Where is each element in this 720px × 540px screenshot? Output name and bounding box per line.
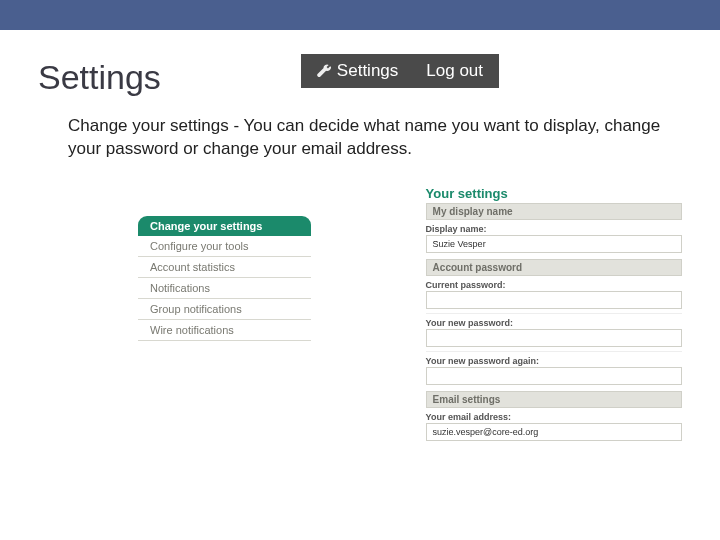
email-label: Your email address: — [426, 412, 682, 422]
email-input[interactable]: suzie.vesper@core-ed.org — [426, 423, 682, 441]
logout-link[interactable]: Log out — [426, 61, 483, 81]
sidenav-item-change-settings[interactable]: Change your settings — [138, 216, 311, 236]
email-section: Email settings Your email address: suzie… — [426, 391, 682, 441]
panel-heading: Your settings — [426, 186, 682, 201]
sidenav-item-group-notifications[interactable]: Group notifications — [138, 299, 311, 320]
current-password-label: Current password: — [426, 280, 682, 290]
settings-panel: Your settings My display name Display na… — [426, 186, 682, 447]
settings-link-label: Settings — [337, 61, 398, 81]
new-password-input[interactable] — [426, 329, 682, 347]
sidenav-item-wire-notifications[interactable]: Wire notifications — [138, 320, 311, 341]
settings-link[interactable]: Settings — [317, 61, 398, 81]
email-subhead: Email settings — [426, 391, 682, 408]
divider — [426, 351, 682, 352]
settings-sidenav: Change your settings Configure your tool… — [138, 216, 311, 447]
top-color-band — [0, 0, 720, 30]
display-name-section: My display name Display name: Suzie Vesp… — [426, 203, 682, 253]
divider — [426, 313, 682, 314]
current-password-input[interactable] — [426, 291, 682, 309]
account-darkbar: Settings Log out — [301, 54, 499, 88]
wrench-icon — [317, 64, 332, 79]
new-password-again-label: Your new password again: — [426, 356, 682, 366]
new-password-label: Your new password: — [426, 318, 682, 328]
display-name-label: Display name: — [426, 224, 682, 234]
sidenav-item-account-statistics[interactable]: Account statistics — [138, 257, 311, 278]
sidenav-item-configure-tools[interactable]: Configure your tools — [138, 236, 311, 257]
page-title: Settings — [38, 58, 161, 97]
sidenav-item-notifications[interactable]: Notifications — [138, 278, 311, 299]
password-section: Account password Current password: Your … — [426, 259, 682, 385]
description-text: Change your settings - You can decide wh… — [68, 115, 670, 161]
display-name-subhead: My display name — [426, 203, 682, 220]
display-name-input[interactable]: Suzie Vesper — [426, 235, 682, 253]
new-password-again-input[interactable] — [426, 367, 682, 385]
password-subhead: Account password — [426, 259, 682, 276]
